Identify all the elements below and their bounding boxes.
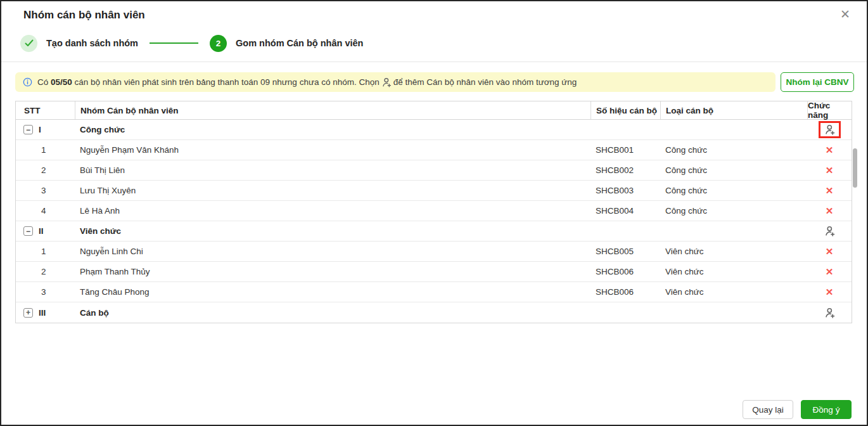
add-member-button[interactable]: [824, 307, 835, 318]
table-row: 3Tăng Châu PhongSHCB006Viên chức✕: [16, 282, 852, 302]
member-stt-cell: 1: [16, 145, 75, 155]
group-index: II: [39, 226, 44, 236]
member-type-cell: Công chức: [660, 165, 807, 175]
stepper: Tạo danh sách nhóm 2 Gom nhóm Cán bộ nhâ…: [20, 34, 363, 52]
member-code-cell: SHCB006: [590, 287, 660, 297]
table-row: 3Lưu Thị XuyênSHCB003Công chức✕: [16, 181, 852, 201]
expand-group-icon[interactable]: +: [23, 308, 33, 318]
member-actions-cell: ✕: [807, 145, 852, 155]
table-row: 1Nguyễn Phạm Vân KhánhSHCB001Công chức✕: [16, 140, 852, 160]
table-row: 2Phạm Thanh ThủySHCB006Viên chức✕: [16, 262, 852, 282]
banner-text-part1: Có: [37, 77, 51, 87]
group-row: −ICông chức: [16, 120, 852, 140]
member-stt-cell: 4: [16, 206, 75, 216]
member-code-cell: SHCB001: [590, 145, 660, 155]
step-2-label: Gom nhóm Cán bộ nhân viên: [236, 38, 363, 48]
add-member-button[interactable]: [824, 226, 835, 236]
member-name-cell: Nguyễn Phạm Vân Khánh: [75, 145, 590, 155]
group-index: I: [39, 125, 41, 134]
group-row: +IIICán bộ: [16, 302, 852, 323]
column-header-type: Loại cán bộ: [660, 101, 807, 119]
staff-group-modal: Nhóm cán bộ nhân viên ✕ Tạo danh sách nh…: [0, 0, 868, 426]
table-row: 4Lê Hà AnhSHCB004Công chức✕: [16, 201, 852, 221]
member-code-cell: SHCB004: [590, 206, 660, 216]
close-icon[interactable]: ✕: [840, 8, 850, 20]
column-header-group: Nhóm Cán bộ nhân viên: [75, 101, 590, 119]
header-divider: [1, 61, 867, 62]
step-2-circle: 2: [210, 35, 227, 52]
table-header: STT Nhóm Cán bộ nhân viên Số hiệu cán bộ…: [16, 101, 852, 120]
group-name-cell: Công chức: [75, 125, 590, 134]
group-stt-cell: −I: [16, 125, 75, 134]
member-actions-cell: ✕: [807, 206, 852, 216]
member-name-cell: Tăng Châu Phong: [75, 287, 590, 297]
remove-member-button[interactable]: ✕: [826, 165, 834, 175]
member-stt-cell: 2: [16, 165, 75, 175]
member-name-cell: Lê Hà Anh: [75, 206, 590, 216]
check-icon: [25, 39, 34, 47]
member-actions-cell: ✕: [807, 247, 852, 256]
remove-member-button[interactable]: ✕: [826, 267, 834, 276]
group-stt-cell: +III: [16, 308, 75, 318]
column-header-stt: STT: [16, 101, 75, 119]
member-type-cell: Viên chức: [660, 267, 807, 276]
member-actions-cell: ✕: [807, 267, 852, 276]
back-button[interactable]: Quay lại: [743, 400, 793, 419]
table-body: −ICông chức1Nguyễn Phạm Vân KhánhSHCB001…: [16, 120, 852, 323]
step-1-label: Tạo danh sách nhóm: [46, 38, 138, 48]
group-actions-cell: [807, 121, 852, 138]
member-stt-cell: 2: [16, 267, 75, 276]
member-code-cell: SHCB003: [590, 186, 660, 195]
member-stt-cell: 1: [16, 247, 75, 256]
footer-actions: Quay lại Đồng ý: [743, 400, 852, 419]
add-member-button[interactable]: [824, 124, 835, 135]
member-code-cell: SHCB006: [590, 267, 660, 276]
step-1-circle: [20, 35, 37, 52]
member-stt-cell: 3: [16, 287, 75, 297]
group-stt-cell: −II: [16, 226, 75, 236]
step-connector: [150, 42, 198, 44]
member-name-cell: Phạm Thanh Thủy: [75, 267, 590, 276]
member-type-cell: Viên chức: [660, 287, 807, 297]
remove-member-button[interactable]: ✕: [826, 186, 834, 195]
banner-row: Có 05/50 cán bộ nhân viên phát sinh trên…: [15, 72, 854, 92]
table-row: 1Nguyễn Linh ChiSHCB005Viên chức✕: [16, 242, 852, 262]
member-type-cell: Công chức: [660, 206, 807, 216]
remove-member-button[interactable]: ✕: [826, 247, 834, 256]
column-header-code: Số hiệu cán bộ: [590, 101, 660, 119]
staff-group-table: STT Nhóm Cán bộ nhân viên Số hiệu cán bộ…: [15, 101, 852, 323]
person-add-icon: [381, 77, 392, 87]
member-type-cell: Công chức: [660, 186, 807, 195]
collapse-group-icon[interactable]: −: [23, 125, 33, 134]
group-row: −IIViên chức: [16, 221, 852, 242]
remove-member-button[interactable]: ✕: [826, 145, 834, 155]
confirm-button[interactable]: Đồng ý: [801, 400, 852, 419]
group-name-cell: Cán bộ: [75, 308, 590, 318]
group-actions-cell: [807, 226, 852, 236]
tutorial-highlight-box: [819, 121, 841, 138]
regroup-cbnv-button[interactable]: Nhóm lại CBNV: [781, 72, 854, 92]
member-type-cell: Công chức: [660, 145, 807, 155]
banner-text-part3: để thêm Cán bộ nhân viên vào nhóm tương …: [393, 77, 577, 87]
vertical-scrollbar[interactable]: [853, 148, 857, 188]
member-actions-cell: ✕: [807, 186, 852, 195]
table-row: 2Bùi Thị LiênSHCB002Công chức✕: [16, 160, 852, 181]
group-name-cell: Viên chức: [75, 226, 590, 236]
member-code-cell: SHCB005: [590, 247, 660, 256]
info-banner: Có 05/50 cán bộ nhân viên phát sinh trên…: [15, 72, 775, 92]
step-2-number: 2: [216, 39, 221, 48]
banner-count: 05/50: [51, 77, 72, 87]
member-type-cell: Viên chức: [660, 247, 807, 256]
member-stt-cell: 3: [16, 186, 75, 195]
group-actions-cell: [807, 307, 852, 318]
member-name-cell: Bùi Thị Liên: [75, 165, 590, 175]
remove-member-button[interactable]: ✕: [826, 287, 834, 297]
collapse-group-icon[interactable]: −: [23, 226, 33, 236]
member-actions-cell: ✕: [807, 287, 852, 297]
group-index: III: [39, 308, 46, 318]
remove-member-button[interactable]: ✕: [826, 206, 834, 216]
member-actions-cell: ✕: [807, 165, 852, 175]
member-code-cell: SHCB002: [590, 165, 660, 175]
member-name-cell: Lưu Thị Xuyên: [75, 186, 590, 195]
column-header-actions: Chức năng: [807, 101, 852, 119]
